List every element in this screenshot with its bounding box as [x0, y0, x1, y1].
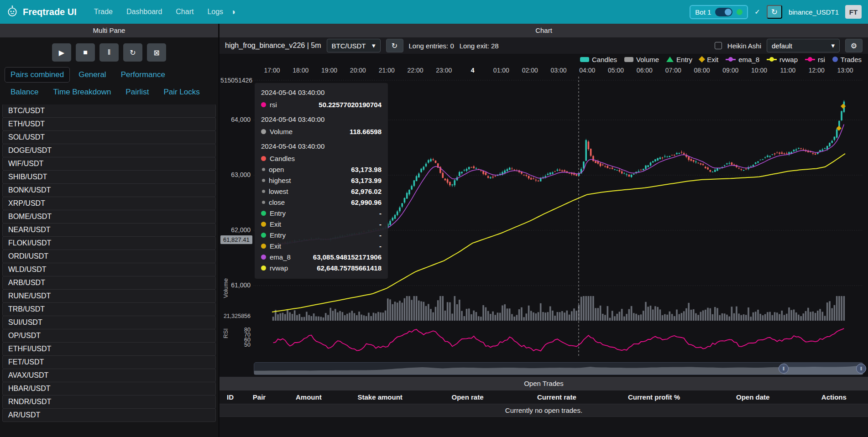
pair-item[interactable]: DOGE/USDT [2, 144, 216, 157]
nav-link-logs[interactable]: Logs [207, 8, 223, 16]
column-header-current-rate: Current rate [511, 393, 602, 401]
tooltip-row: Exit- [261, 218, 382, 229]
tooltip-series-label: lowest [269, 187, 288, 195]
pair-item[interactable]: ORDI/USDT [2, 250, 216, 263]
pair-item[interactable]: SHIB/USDT [2, 170, 216, 184]
tab-time-breakdown[interactable]: Time Breakdown [47, 84, 117, 100]
pause-button[interactable]: ‖ [99, 43, 119, 62]
chart-legend: CandlesVolumeEntryExitema_8rvwaprsiTrade… [220, 54, 868, 65]
chart-toolbar-right: Heikin Ashi default ▾ ⚙ [715, 39, 863, 52]
pair-item[interactable]: AR/USDT [2, 408, 216, 422]
series-color-dot [262, 179, 265, 182]
tab-balance[interactable]: Balance [5, 84, 44, 100]
pair-item[interactable]: BTC/USDT [2, 104, 216, 118]
heikin-ashi-checkbox[interactable] [715, 42, 722, 49]
column-header-amount: Amount [281, 393, 336, 401]
tab-pairs-combined[interactable]: Pairs combined [5, 67, 70, 83]
pair-item[interactable]: ETHFI/USDT [2, 342, 216, 356]
pair-item[interactable]: SUI/USDT [2, 316, 216, 329]
pair-item[interactable]: RNDR/USDT [2, 395, 216, 409]
pair-item[interactable]: ARB/USDT [2, 276, 216, 290]
legend-label: Exit [707, 56, 718, 63]
time-tick: 05:00 [608, 67, 624, 74]
pair-item[interactable]: ETH/USDT [2, 117, 216, 131]
theme-toggle-icon[interactable]: ◑ [230, 7, 235, 17]
legend-item-rsi[interactable]: rsi [805, 56, 825, 63]
nav-link-trade[interactable]: Trade [94, 8, 113, 16]
pair-select[interactable]: BTC/USDT ▾ [327, 39, 381, 52]
pair-item[interactable]: TRB/USDT [2, 302, 216, 316]
series-color-dot [262, 168, 265, 171]
time-tick: 18:00 [293, 67, 309, 74]
tooltip-section: 2024-05-04 03:40:00rsi50.22577020190704 [261, 88, 382, 110]
pair-item[interactable]: XRP/USDT [2, 197, 216, 210]
toggle-knob [725, 9, 732, 16]
pair-item[interactable]: BOME/USDT [2, 210, 216, 224]
nav-link-dashboard[interactable]: Dashboard [126, 8, 162, 16]
legend-item-exit[interactable]: Exit [700, 56, 718, 63]
legend-item-candles[interactable]: Candles [580, 56, 617, 63]
chart-panel: Chart high_frog_binance_v226 | 5m BTC/US… [220, 24, 868, 437]
time-tick: 4 [471, 67, 475, 74]
user-avatar[interactable]: FT [845, 5, 862, 19]
pair-item[interactable]: WIF/USDT [2, 157, 216, 171]
pair-item[interactable]: BONK/USDT [2, 183, 216, 197]
tab-performance[interactable]: Performance [115, 67, 171, 83]
long-exit-label: Long exit: 28 [460, 42, 499, 50]
tab-pair-locks[interactable]: Pair Locks [157, 84, 205, 100]
pair-list: BTC/USDTETH/USDTSOL/USDTDOGE/USDTWIF/USD… [0, 104, 218, 437]
global-refresh-button[interactable]: ↻ [767, 5, 782, 19]
tooltip-row: Candles [261, 153, 382, 164]
legend-item-volume[interactable]: Volume [624, 56, 659, 63]
tooltip-series-label: ema_8 [270, 253, 291, 261]
series-color-dot [261, 233, 266, 238]
plot-settings-button[interactable]: ⚙ [845, 39, 863, 52]
series-color-dot [261, 211, 266, 216]
forget-trades-button[interactable]: ⊠ [147, 43, 166, 62]
chart-navigator[interactable]: ‖ ‖ [254, 362, 863, 375]
pair-item[interactable]: WLD/USDT [2, 263, 216, 276]
nav-link-chart[interactable]: Chart [176, 8, 193, 16]
time-tick: 17:00 [264, 67, 280, 74]
pair-item[interactable]: OP/USDT [2, 329, 216, 343]
tab-general[interactable]: General [73, 67, 112, 83]
time-tick: 01:00 [493, 67, 509, 74]
chart-body[interactable]: 17:0018:0019:0020:0021:0022:0023:00401:0… [220, 65, 868, 377]
entry-legend-icon [666, 57, 674, 62]
legend-item-entry[interactable]: Entry [666, 56, 692, 63]
navigator-left-handle[interactable]: ‖ [779, 364, 789, 374]
pair-item[interactable]: HBAR/USDT [2, 382, 216, 395]
pair-item[interactable]: SOL/USDT [2, 130, 216, 144]
pair-item[interactable]: FET/USDT [2, 355, 216, 369]
navbar: Freqtrade UI TradeDashboardChartLogs ◑ B… [0, 0, 868, 24]
tooltip-row: lowest62,976.02 [261, 186, 382, 197]
time-tick: 08:00 [694, 67, 710, 74]
strategy-timeframe-label: high_frog_binance_v226 | 5m [225, 42, 321, 50]
pair-item[interactable]: AVAX/USDT [2, 369, 216, 382]
tooltip-date: 2024-05-04 03:40:00 [261, 115, 382, 123]
tooltip-row: rsi50.22577020190704 [261, 99, 382, 110]
legend-item-rvwap[interactable]: rvwap [767, 56, 798, 63]
navigator-window[interactable] [784, 363, 863, 375]
navigator-right-handle[interactable]: ‖ [856, 364, 866, 374]
chart-tooltip: 2024-05-04 03:40:00rsi50.225770201907042… [255, 83, 388, 279]
tooltip-series-label: open [269, 166, 284, 173]
bot-selector[interactable]: Bot 1 [690, 5, 748, 19]
plot-config-select[interactable]: default ▾ [767, 39, 840, 52]
pair-item[interactable]: RUNE/USDT [2, 289, 216, 303]
pair-item[interactable]: FLOKI/USDT [2, 236, 216, 250]
reload-config-button[interactable]: ↻ [123, 43, 142, 62]
tooltip-series-value: 62,976.02 [351, 187, 382, 195]
tooltip-row: Entry- [261, 229, 382, 240]
tooltip-series-label: Exit [270, 242, 281, 250]
legend-item-ema_8[interactable]: ema_8 [726, 56, 759, 63]
chart-refresh-button[interactable]: ↻ [386, 39, 403, 52]
tooltip-series-label: highest [269, 177, 291, 184]
legend-item-trades[interactable]: Trades [832, 56, 862, 63]
brand[interactable]: Freqtrade UI [6, 5, 77, 19]
pair-item[interactable]: NEAR/USDT [2, 223, 216, 237]
play-button[interactable]: ▶ [52, 43, 71, 62]
stop-button[interactable]: ■ [76, 43, 95, 62]
bot-toggle[interactable] [715, 8, 732, 16]
tab-pairlist[interactable]: Pairlist [120, 84, 155, 100]
